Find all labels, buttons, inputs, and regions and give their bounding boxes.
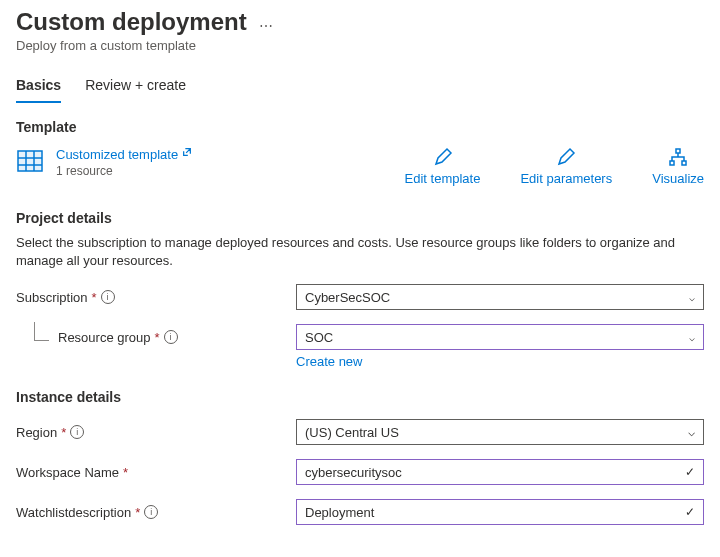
edit-parameters-label: Edit parameters xyxy=(520,171,612,186)
edit-template-button[interactable]: Edit template xyxy=(405,147,481,186)
more-icon[interactable]: ⋯ xyxy=(259,8,273,34)
info-icon[interactable]: i xyxy=(164,330,178,344)
customized-template-label: Customized template xyxy=(56,147,178,162)
check-icon: ✓ xyxy=(685,505,695,519)
required-indicator: * xyxy=(61,425,66,440)
required-indicator: * xyxy=(123,465,128,480)
svg-rect-6 xyxy=(670,161,674,165)
region-value: (US) Central US xyxy=(305,425,399,440)
external-link-icon xyxy=(182,147,192,157)
workspace-name-input[interactable]: cybersecuritysoc ✓ xyxy=(296,459,704,485)
resource-group-label: Resource group xyxy=(58,330,151,345)
info-icon[interactable]: i xyxy=(101,290,115,304)
resource-count: 1 resource xyxy=(56,164,192,178)
pencil-icon xyxy=(433,147,453,167)
check-icon: ✓ xyxy=(685,465,695,479)
project-details-title: Project details xyxy=(16,210,704,226)
edit-template-label: Edit template xyxy=(405,171,481,186)
region-select[interactable]: (US) Central US ⌵ xyxy=(296,419,704,445)
visualize-button[interactable]: Visualize xyxy=(652,147,704,186)
customized-template-link[interactable]: Customized template xyxy=(56,147,192,162)
tab-basics[interactable]: Basics xyxy=(16,77,61,103)
chevron-down-icon: ⌵ xyxy=(689,332,695,343)
info-icon[interactable]: i xyxy=(70,425,84,439)
edit-parameters-button[interactable]: Edit parameters xyxy=(520,147,612,186)
template-section-title: Template xyxy=(16,119,704,135)
chevron-down-icon: ⌵ xyxy=(688,425,695,439)
pencil-icon xyxy=(556,147,576,167)
instance-details-title: Instance details xyxy=(16,389,704,405)
workspace-name-value: cybersecuritysoc xyxy=(305,465,402,480)
required-indicator: * xyxy=(135,505,140,520)
watchlist-description-value: Deployment xyxy=(305,505,374,520)
svg-rect-7 xyxy=(682,161,686,165)
tab-review-create[interactable]: Review + create xyxy=(85,77,186,103)
subscription-label: Subscription xyxy=(16,290,88,305)
watchlist-description-label: Watchlistdescription xyxy=(16,505,131,520)
template-icon xyxy=(16,147,44,175)
chevron-down-icon: ⌵ xyxy=(689,292,695,303)
watchlist-description-input[interactable]: Deployment ✓ xyxy=(296,499,704,525)
resource-group-select[interactable]: SOC ⌵ xyxy=(296,324,704,350)
required-indicator: * xyxy=(155,330,160,345)
create-new-link[interactable]: Create new xyxy=(296,354,362,369)
subscription-select[interactable]: CyberSecSOC ⌵ xyxy=(296,284,704,310)
region-label: Region xyxy=(16,425,57,440)
subscription-value: CyberSecSOC xyxy=(305,290,390,305)
required-indicator: * xyxy=(92,290,97,305)
project-details-description: Select the subscription to manage deploy… xyxy=(16,234,704,270)
info-icon[interactable]: i xyxy=(144,505,158,519)
svg-rect-0 xyxy=(18,151,42,171)
visualize-label: Visualize xyxy=(652,171,704,186)
resource-group-value: SOC xyxy=(305,330,333,345)
workspace-name-label: Workspace Name xyxy=(16,465,119,480)
page-title: Custom deployment xyxy=(16,8,247,36)
page-subtitle: Deploy from a custom template xyxy=(16,38,247,53)
hierarchy-icon xyxy=(668,147,688,167)
svg-rect-5 xyxy=(676,149,680,153)
tabs: Basics Review + create xyxy=(16,77,704,103)
